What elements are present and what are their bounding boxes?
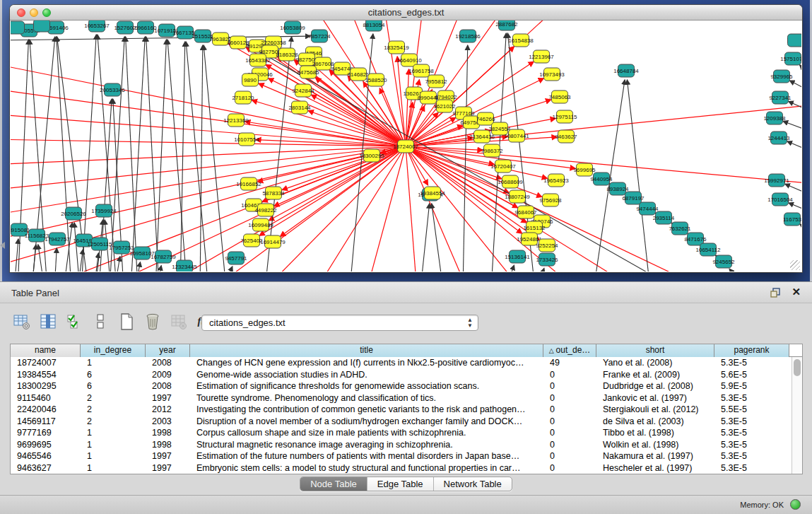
network-node[interactable]: 9457791: [225, 252, 247, 264]
network-node[interactable]: 16154838: [508, 34, 534, 47]
table-row[interactable]: 911546021997Tourette syndrome. Phenomeno…: [11, 392, 791, 404]
network-node[interactable]: 9440954: [590, 173, 613, 185]
table-options-icon[interactable]: [13, 313, 31, 331]
cell-in_degree[interactable]: 1: [81, 357, 146, 369]
network-node[interactable]: 12213369: [223, 114, 249, 127]
cell-pagerank[interactable]: 5.3E-5: [714, 416, 789, 428]
table-row[interactable]: 977716911998Corpus callosum shape and si…: [11, 427, 791, 439]
cell-year[interactable]: 2009: [146, 369, 190, 381]
cell-out_de[interactable]: 0: [543, 369, 596, 381]
cell-in_degree[interactable]: 6: [81, 369, 146, 381]
table-row[interactable]: 1938455462009Genome-wide association stu…: [11, 369, 791, 381]
row-mode-icon[interactable]: [91, 313, 110, 331]
network-node[interactable]: 9252254: [536, 239, 558, 252]
table-row[interactable]: 1456911722003Disruption of a novel membe…: [11, 416, 791, 428]
cell-pagerank[interactable]: 5.6E-5: [714, 369, 789, 381]
table-row[interactable]: 1830029562008Estimation of significance …: [11, 380, 791, 392]
cell-short[interactable]: Franke et al. (2009): [596, 369, 714, 381]
delete-table-icon[interactable]: [170, 313, 188, 331]
cell-title[interactable]: Changes of HCN gene expression and I(f) …: [190, 357, 543, 369]
tab-edge-table[interactable]: Edge Table: [367, 477, 434, 491]
network-node[interactable]: 9699695: [573, 163, 596, 176]
table-row[interactable]: 969969511998Structural magnetic resonanc…: [11, 439, 791, 451]
cell-out_de[interactable]: 0: [543, 392, 596, 404]
column-header-title[interactable]: title: [190, 344, 543, 357]
network-node[interactable]: 19218586: [455, 30, 481, 42]
network-node[interactable]: 1588520: [365, 74, 387, 86]
network-node[interactable]: 16648784: [613, 64, 639, 77]
network-node[interactable]: 10653267: [84, 21, 110, 32]
network-node[interactable]: 2803144: [288, 101, 311, 114]
network-node[interactable]: 9242844: [292, 84, 314, 97]
cell-out_de[interactable]: 49: [543, 357, 596, 369]
cell-pagerank[interactable]: 5.3E-5: [714, 439, 789, 451]
column-header-in_degree[interactable]: in_degree: [81, 344, 146, 357]
cell-name[interactable]: 9115460: [11, 392, 81, 404]
network-node[interactable]: [34, 21, 50, 32]
column-header-short[interactable]: short: [596, 344, 714, 357]
cell-title[interactable]: Structural magnetic resonance image aver…: [190, 439, 543, 451]
table-selector-dropdown[interactable]: citations_edges.txt ▲▼: [201, 315, 478, 331]
cell-name[interactable]: 9699695: [11, 439, 81, 451]
cell-name[interactable]: 22420046: [11, 404, 81, 416]
cell-out_de[interactable]: 0: [543, 450, 596, 462]
network-node[interactable]: [11, 21, 25, 34]
cell-pagerank[interactable]: 5.9E-5: [714, 380, 789, 392]
network-node[interactable]: 9227341: [769, 91, 792, 104]
vertical-scrollbar[interactable]: [792, 357, 802, 474]
network-node[interactable]: 10688609: [498, 175, 523, 188]
cell-out_de[interactable]: 0: [543, 416, 596, 428]
cell-name[interactable]: 9465546: [11, 450, 81, 462]
cell-out_de[interactable]: 0: [543, 380, 596, 392]
cell-title[interactable]: Investigating the contribution of common…: [190, 404, 543, 416]
cell-in_degree[interactable]: 2: [81, 392, 146, 404]
network-node[interactable]: 1209388: [763, 112, 786, 124]
network-node[interactable]: 8186328: [276, 48, 298, 61]
network-node[interactable]: 19166852: [236, 177, 261, 190]
cell-year[interactable]: 2012: [146, 404, 190, 416]
network-node[interactable]: 9329965: [770, 70, 793, 83]
cell-title[interactable]: Corpus callosum shape and size in male p…: [190, 427, 543, 439]
cell-out_de[interactable]: 0: [543, 462, 596, 474]
network-node[interactable]: 1615132: [523, 221, 546, 234]
cell-pagerank[interactable]: 5.3E-5: [714, 357, 789, 369]
cell-year[interactable]: 1998: [146, 439, 190, 451]
cell-year[interactable]: 1997: [146, 450, 190, 462]
column-header-year[interactable]: year: [146, 344, 190, 357]
network-node[interactable]: 2718120: [232, 91, 254, 104]
network-node[interactable]: 7485063: [548, 90, 571, 103]
cell-pagerank[interactable]: 5.3E-5: [714, 427, 789, 439]
cell-year[interactable]: 1997: [146, 462, 190, 474]
cell-name[interactable]: 9463627: [11, 462, 81, 474]
network-node[interactable]: 8813054: [363, 21, 385, 31]
network-node[interactable]: 18325419: [384, 41, 409, 54]
cell-year[interactable]: 2008: [146, 357, 190, 369]
close-panel-icon[interactable]: ✕: [792, 286, 801, 298]
network-node[interactable]: 7986372: [481, 144, 503, 157]
network-canvas[interactable]: 2405572206914061065326715276026966160107…: [11, 21, 801, 271]
scrollbar-thumb[interactable]: [794, 359, 801, 376]
network-node[interactable]: 5878334: [262, 187, 285, 199]
cell-name[interactable]: 18724007: [11, 357, 81, 369]
table-row[interactable]: 1872400712008Changes of HCN gene express…: [11, 357, 791, 369]
cell-title[interactable]: Disruption of a novel member of a sodium…: [190, 416, 543, 428]
cell-short[interactable]: Yano et al. (2008): [596, 357, 714, 369]
table-row[interactable]: 2242004622012Investigating the contribut…: [11, 404, 791, 416]
window-titlebar[interactable]: citations_edges.txt: [10, 5, 802, 21]
network-node[interactable]: 12213967: [529, 50, 554, 63]
tab-node-table[interactable]: Node Table: [300, 477, 367, 491]
memory-status-icon[interactable]: [790, 499, 801, 510]
network-node[interactable]: 2935114: [653, 211, 675, 224]
network-node[interactable]: 15751074: [780, 52, 801, 65]
network-node[interactable]: 7857224: [308, 30, 331, 42]
network-node[interactable]: 9245652: [712, 255, 735, 268]
select-columns-icon[interactable]: [65, 313, 83, 331]
column-header-name[interactable]: name: [11, 344, 81, 357]
network-node[interactable]: 15136141: [505, 250, 530, 263]
network-node[interactable]: 116753: [783, 213, 801, 226]
network-node[interactable]: 1527602: [114, 21, 136, 34]
cell-title[interactable]: Embryonic stem cells: a model to study s…: [190, 462, 543, 474]
network-node[interactable]: 12975115: [553, 110, 578, 123]
cell-short[interactable]: Stergiakouli et al. (2012): [596, 404, 714, 416]
network-node[interactable]: 18807249: [505, 190, 530, 203]
